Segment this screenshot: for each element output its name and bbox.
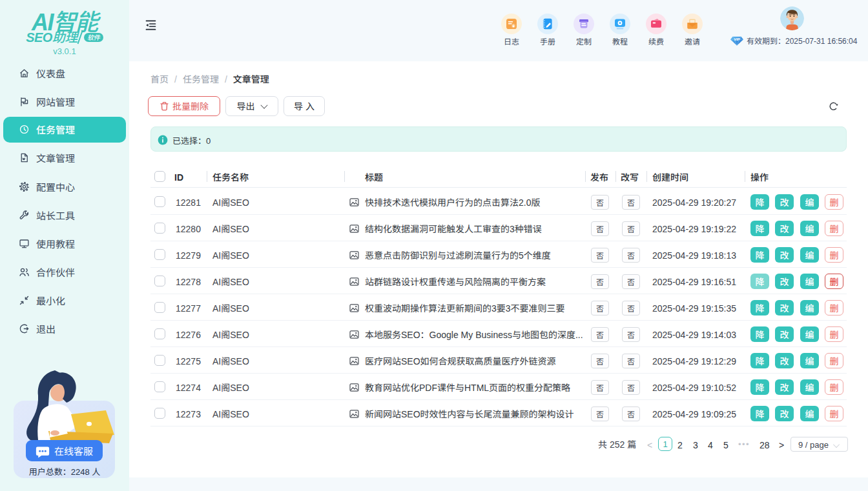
svg-text:VIP: VIP — [734, 37, 739, 41]
